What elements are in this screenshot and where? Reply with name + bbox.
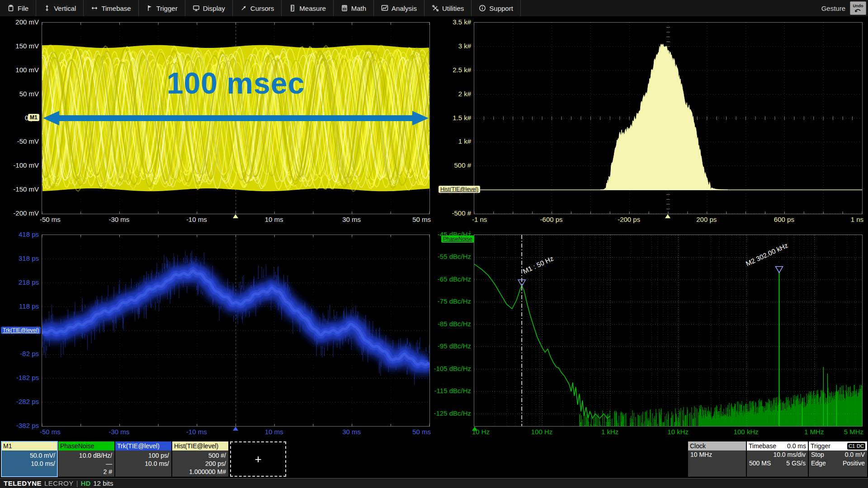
analysis-icon — [381, 5, 388, 12]
descriptor-hist-tie-level--value: 500 #/ — [174, 451, 226, 460]
add-trace-button[interactable]: + — [230, 441, 286, 477]
menu-items: FileVerticalTimebaseTriggerDisplayCursor… — [0, 0, 521, 16]
hist-xtick: 600 ps — [759, 216, 809, 224]
trigger-icon — [146, 5, 153, 12]
trk-trigger-marker[interactable] — [233, 427, 238, 431]
hist-ytick: 1.5 k# — [424, 114, 471, 122]
menu-item-label: Trigger — [156, 5, 178, 12]
timebase-status-box-header-value: 0.0 ms — [787, 441, 806, 450]
descriptor-phasenoise-value: 2 # — [60, 468, 112, 476]
descriptor-m1-value: 50.0 mV/ — [3, 451, 55, 460]
c1-ytick: -50 mV — [0, 137, 39, 145]
menu-item-label: Timebase — [101, 5, 131, 12]
menu-item-vertical[interactable]: Vertical — [36, 0, 84, 16]
trigger-status-box-row-left: Stop — [811, 450, 824, 459]
plot-c1[interactable] — [42, 22, 430, 214]
descriptor-phasenoise[interactable]: PhaseNoise10.0 dB/Hz/—2 # — [58, 441, 114, 477]
hist-ytick: 500 # — [424, 161, 471, 169]
trk-xtick: 10 ms — [249, 428, 299, 436]
descriptor-hist-tie-level--value: 200 ps/ — [174, 460, 226, 468]
menu-item-utilities[interactable]: Utilities — [425, 0, 472, 16]
hd-mode-label: HD — [81, 479, 91, 487]
plot-trk[interactable] — [42, 235, 430, 427]
hist-xtick: 200 ps — [682, 216, 731, 224]
trk-trace-badge[interactable]: Trk(TIE@level) — [1, 327, 41, 334]
math-icon — [341, 5, 348, 12]
pn-trace-badge[interactable]: PhaseNoise — [441, 235, 474, 243]
menu-bar: FileVerticalTimebaseTriggerDisplayCursor… — [0, 0, 868, 16]
c1-trace-badge[interactable]: M1 — [28, 114, 39, 121]
descriptor-hist-tie-level--title: Hist(TIE@level) — [172, 441, 228, 450]
c1-ytick: -150 mV — [0, 185, 39, 193]
trk-ytick: -82 ps — [0, 350, 39, 358]
measure-icon — [289, 5, 296, 12]
trk-xtick: 50 ms — [381, 428, 431, 436]
menu-item-label: Support — [489, 5, 513, 12]
pn-ytick: -85 dBc/Hz — [424, 320, 471, 328]
hist-ytick: 3 k# — [424, 42, 471, 50]
descriptor-m1[interactable]: M150.0 mV/10.0 ms/ — [1, 441, 57, 477]
pn-trigger-marker[interactable] — [472, 427, 477, 431]
menu-item-measure[interactable]: Measure — [282, 0, 333, 16]
menu-item-trigger[interactable]: Trigger — [139, 0, 185, 16]
brand-divider: | — [76, 479, 78, 487]
timebase-status-box-title: Timebase — [749, 441, 776, 450]
menu-item-label: Utilities — [442, 5, 464, 12]
undo-arrow-icon — [854, 8, 862, 13]
hist-trace-badge[interactable]: Hist(TIE@level) — [439, 186, 480, 193]
descriptor-hist-tie-level-[interactable]: Hist(TIE@level)500 #/200 ps/1.000000 M# — [172, 441, 228, 477]
timebase-status-box-row-right: 10.0 ms/div — [773, 450, 806, 459]
menu-item-label: Math — [351, 5, 366, 12]
menu-item-cursors[interactable]: Cursors — [233, 0, 282, 16]
trigger-source-badge: C1DC — [847, 443, 865, 450]
menu-item-label: Cursors — [250, 5, 274, 12]
trk-ytick: -282 ps — [0, 398, 39, 406]
trk-xtick: -10 ms — [172, 428, 222, 436]
pn-ytick: -105 dBc/Hz — [424, 365, 471, 373]
descriptor-m1-title: M1 — [1, 441, 57, 450]
descriptor-trk-tie-level-[interactable]: Trk(TIE@level)100 ps/10.0 ms/ — [115, 441, 171, 477]
hist-ytick: -500 # — [424, 209, 471, 217]
trk-ytick: -182 ps — [0, 374, 39, 382]
plot-hist[interactable] — [474, 22, 863, 214]
pn-ytick: -75 dBc/Hz — [424, 297, 471, 305]
trigger-status-box[interactable]: TriggerC1DCStop0.0 mVEdgePositive — [809, 441, 867, 477]
pn-xtick: 10 kHz — [653, 428, 703, 436]
descriptor-phasenoise-value: — — [60, 460, 112, 468]
menu-item-file[interactable]: File — [0, 0, 36, 16]
hist-trigger-marker[interactable] — [665, 214, 670, 218]
brand-lecroy: LECROY — [44, 479, 74, 487]
clock-status-box[interactable]: Clock10 MHz — [688, 441, 746, 477]
trk-ytick: 318 ps — [0, 254, 39, 263]
menu-item-timebase[interactable]: Timebase — [84, 0, 138, 16]
menu-item-display[interactable]: Display — [185, 0, 233, 16]
trigger-status-box-row-left: Edge — [811, 459, 826, 468]
undo-button[interactable]: Undo — [850, 1, 866, 15]
clock-status-box-title: Clock — [690, 441, 706, 450]
cursors-icon — [240, 5, 247, 12]
file-icon — [7, 5, 14, 12]
c1-xtick: 50 ms — [381, 216, 431, 224]
descriptor-trk-tie-level--value: 10.0 ms/ — [117, 460, 169, 468]
menu-item-analysis[interactable]: Analysis — [374, 0, 425, 16]
hist-ytick: 1 k# — [424, 137, 471, 145]
hist-xtick: -1 ns — [472, 216, 522, 224]
menu-item-support[interactable]: Support — [472, 0, 521, 16]
hist-ytick: 2 k# — [424, 90, 471, 98]
menu-item-label: Display — [203, 5, 225, 12]
pn-xtick: 10 Hz — [472, 428, 522, 436]
timebase-status-box[interactable]: Timebase0.0 ms10.0 ms/div500 MS5 GS/s — [747, 441, 808, 477]
descriptor-m1-value: 10.0 ms/ — [3, 460, 55, 468]
support-icon — [479, 5, 486, 12]
c1-trigger-marker[interactable] — [233, 214, 238, 218]
pn-xtick: 1 kHz — [585, 428, 635, 436]
menu-item-math[interactable]: Math — [334, 0, 374, 16]
pn-overrange-arrow: ↑ — [468, 229, 472, 235]
pn-ytick: -125 dBc/Hz — [424, 409, 471, 418]
vertical-icon — [43, 5, 51, 12]
c1-xtick: 10 ms — [249, 216, 299, 224]
c1-ytick: 50 mV — [0, 90, 39, 98]
c1-ytick: 150 mV — [0, 42, 39, 50]
hist-xtick: 1 ns — [814, 216, 863, 224]
trk-ytick: 418 ps — [0, 230, 39, 239]
